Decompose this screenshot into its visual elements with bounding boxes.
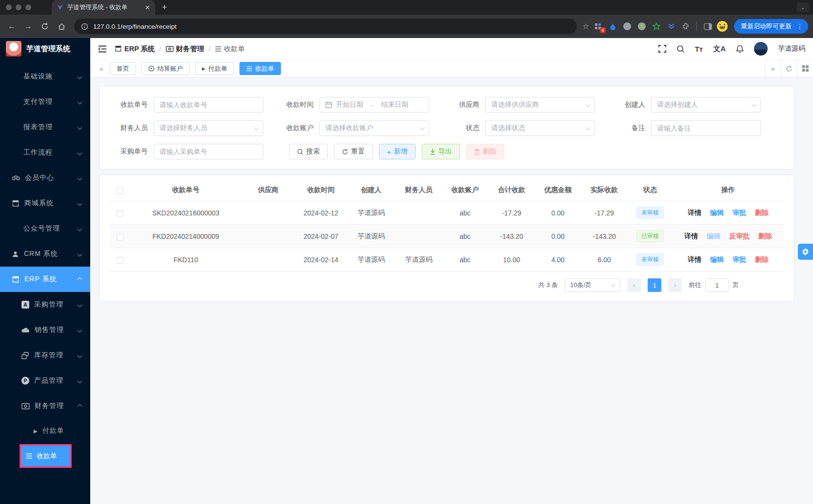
sidebar: 芋道管理系统 基础设施 支付管理 报表管理 工作流程 会员中心 商城系统 bbox=[0, 38, 90, 504]
approve-link[interactable]: 审批 bbox=[733, 209, 746, 216]
row-checkbox[interactable] bbox=[117, 257, 123, 264]
layout-grid-icon[interactable] bbox=[797, 60, 813, 77]
creator-select[interactable]: 请选择创建人 bbox=[651, 97, 761, 113]
notification-bell-icon[interactable] bbox=[736, 45, 744, 53]
address-bar[interactable]: 127.0.0.1/erp/finance/receipt bbox=[74, 19, 577, 34]
receipt-no-input[interactable] bbox=[154, 97, 263, 113]
new-tab-button[interactable]: + bbox=[162, 2, 167, 13]
delete-link[interactable]: 删除 bbox=[758, 232, 772, 240]
add-button[interactable]: + 新增 bbox=[379, 144, 416, 159]
row-checkbox[interactable] bbox=[117, 210, 123, 217]
edit-link[interactable]: 编辑 bbox=[710, 209, 724, 216]
delete-link[interactable]: 删除 bbox=[755, 255, 769, 263]
next-page-button[interactable]: › bbox=[668, 278, 682, 292]
sidebar-item-receipt-order[interactable]: 收款单 bbox=[21, 446, 70, 466]
sidebar-item-payment-mgmt[interactable]: 支付管理 bbox=[0, 89, 90, 115]
tag-receipt-order[interactable]: 收款单 bbox=[239, 62, 281, 75]
extension-blocks-icon[interactable]: 6 bbox=[592, 20, 604, 32]
tags-scroll-left-icon[interactable]: « bbox=[95, 65, 108, 73]
extension-drop-icon[interactable] bbox=[607, 20, 618, 32]
goto-page-input[interactable] bbox=[705, 278, 729, 292]
sidebar-item-product-mgmt[interactable]: P 产品管理 bbox=[0, 368, 90, 393]
sidebar-item-official-account[interactable]: 公众号管理 bbox=[0, 216, 90, 241]
reload-button[interactable] bbox=[38, 19, 52, 33]
breadcrumb-finance[interactable]: 财务管理 bbox=[166, 44, 204, 54]
favicon bbox=[57, 4, 63, 11]
theme-settings-button[interactable] bbox=[798, 244, 813, 260]
unapprove-link[interactable]: 反审批 bbox=[729, 232, 750, 240]
browser-tab[interactable]: 芋道管理系统 - 收款单 ✕ bbox=[52, 0, 155, 15]
breadcrumb-erp[interactable]: ERP 系统 bbox=[115, 44, 155, 54]
window-controls[interactable] bbox=[6, 4, 31, 10]
current-page[interactable]: 1 bbox=[648, 278, 661, 292]
page-size-select[interactable]: 10条/页 bbox=[565, 278, 620, 292]
fullscreen-icon[interactable] bbox=[658, 45, 666, 53]
receipt-account-select[interactable]: 请选择收款账户 bbox=[319, 120, 429, 136]
tab-close-icon[interactable]: ✕ bbox=[145, 4, 150, 11]
bookmark-star-icon[interactable]: ☆ bbox=[583, 22, 589, 31]
remark-input[interactable] bbox=[651, 120, 761, 136]
delete-link[interactable]: 删除 bbox=[755, 209, 769, 216]
sidebar-item-crm-system[interactable]: CRM 系统 bbox=[0, 241, 90, 267]
profile-avatar-icon[interactable] bbox=[716, 20, 728, 32]
table-row: SKD20240216000003 2024-02-12 芋道源码 abc -1… bbox=[110, 201, 784, 225]
detail-link[interactable]: 详情 bbox=[688, 209, 701, 216]
tags-refresh-icon[interactable] bbox=[781, 60, 797, 77]
export-button[interactable]: 导出 bbox=[422, 144, 460, 159]
select-all-checkbox[interactable] bbox=[117, 187, 123, 194]
sidebar-item-report-mgmt[interactable]: 报表管理 bbox=[0, 115, 90, 140]
extension-chevrons-icon[interactable] bbox=[665, 20, 677, 32]
extension-green-dot-icon[interactable] bbox=[636, 20, 648, 32]
pagination: 共 3 条 10条/页 ‹ 1 › 前往 页 bbox=[110, 271, 784, 298]
approve-link[interactable]: 审批 bbox=[733, 255, 746, 263]
user-avatar[interactable] bbox=[754, 42, 768, 56]
site-info-icon[interactable] bbox=[81, 23, 88, 30]
sidebar-item-inventory-mgmt[interactable]: 库存管理 bbox=[0, 343, 90, 368]
purchase-no-input[interactable] bbox=[154, 144, 263, 159]
extensions-puzzle-icon[interactable] bbox=[680, 20, 692, 32]
chevron-down-icon bbox=[420, 125, 425, 130]
browser-menu-kebab-icon[interactable]: ⋮ bbox=[794, 22, 805, 30]
sidebar-item-infrastructure[interactable]: 基础设施 bbox=[0, 64, 90, 89]
extension-grey-icon[interactable] bbox=[621, 20, 633, 32]
language-icon[interactable]: 文A bbox=[713, 44, 726, 54]
forward-button[interactable]: → bbox=[21, 19, 35, 33]
sidebar-item-sales-mgmt[interactable]: 销售管理 bbox=[0, 317, 90, 343]
detail-link[interactable]: 详情 bbox=[688, 255, 701, 263]
tab-search-button[interactable]: ⌄ bbox=[796, 2, 809, 12]
supplier-select[interactable]: 请选择供供应商 bbox=[485, 97, 595, 113]
sidebar-item-member-center[interactable]: 会员中心 bbox=[0, 165, 90, 191]
browser-update-button[interactable]: 重新启动即可更新 ⋮ bbox=[734, 19, 808, 34]
edit-link[interactable]: 编辑 bbox=[710, 255, 724, 263]
refresh-icon bbox=[342, 149, 348, 155]
reset-button[interactable]: 重置 bbox=[334, 144, 373, 159]
home-button[interactable] bbox=[55, 19, 68, 33]
finance-staff-select[interactable]: 请选择财务人员 bbox=[154, 120, 263, 136]
side-panel-icon[interactable] bbox=[702, 20, 714, 32]
supplier-label: 供应商 bbox=[441, 100, 479, 109]
font-size-icon[interactable]: Tт bbox=[695, 45, 703, 53]
sidebar-fold-icon[interactable] bbox=[98, 45, 107, 53]
tag-settlement-account[interactable]: 结算账户 bbox=[141, 62, 190, 75]
tag-payment-order[interactable]: ▶ 付款单 bbox=[195, 62, 234, 75]
url-text[interactable]: 127.0.0.1/erp/finance/receipt bbox=[93, 23, 570, 30]
back-button[interactable]: ← bbox=[5, 19, 19, 33]
delete-button[interactable]: 删除 bbox=[466, 144, 504, 159]
sidebar-item-purchase-mgmt[interactable]: A 采购管理 bbox=[0, 292, 90, 317]
search-button[interactable]: 搜索 bbox=[289, 144, 328, 159]
search-icon[interactable] bbox=[676, 45, 685, 53]
sidebar-item-workflow[interactable]: 工作流程 bbox=[0, 140, 90, 165]
tags-scroll-right-icon[interactable]: » bbox=[765, 60, 781, 77]
app-logo[interactable]: 芋道管理系统 bbox=[0, 38, 90, 59]
detail-link[interactable]: 详情 bbox=[684, 232, 698, 240]
row-checkbox[interactable] bbox=[117, 233, 123, 240]
tag-home[interactable]: 首页 bbox=[110, 62, 136, 75]
receipt-time-range-picker[interactable]: 开始日期 - 结束日期 bbox=[319, 97, 429, 113]
sidebar-item-erp-system[interactable]: ERP 系统 bbox=[0, 267, 90, 292]
prev-page-button[interactable]: ‹ bbox=[627, 278, 641, 292]
sidebar-item-finance-mgmt[interactable]: 财务管理 bbox=[0, 393, 90, 419]
status-select[interactable]: 请选择状态 bbox=[485, 120, 595, 136]
extension-star-icon[interactable] bbox=[651, 20, 662, 32]
sidebar-item-mall-system[interactable]: 商城系统 bbox=[0, 191, 90, 216]
sidebar-item-payment-order[interactable]: ▶ 付款单 bbox=[0, 419, 90, 443]
